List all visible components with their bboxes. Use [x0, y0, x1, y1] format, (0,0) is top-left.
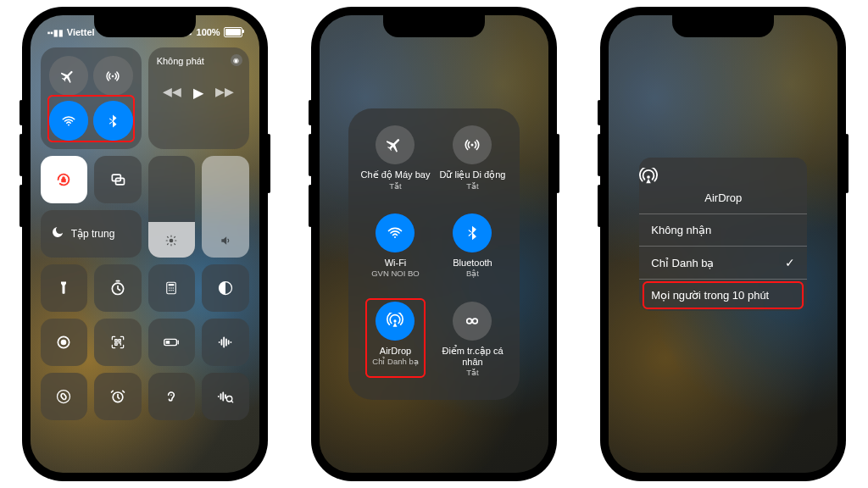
- media-module[interactable]: ◉ Không phát ◀◀ ▶ ▶▶: [148, 47, 249, 149]
- brightness-slider[interactable]: [148, 156, 196, 258]
- shazam-button[interactable]: [41, 373, 88, 420]
- wifi-cell[interactable]: Wi-Fi GVN NOI BO: [359, 214, 432, 295]
- airdrop-option-everyone[interactable]: Mọi người trong 10 phút: [639, 279, 807, 311]
- battery-pct: 100%: [197, 27, 220, 37]
- svg-point-10: [169, 287, 170, 289]
- option-label: Mọi người trong 10 phút: [651, 289, 769, 302]
- qr-scan-button[interactable]: [94, 319, 142, 366]
- svg-point-14: [171, 290, 173, 291]
- svg-point-18: [61, 340, 67, 346]
- airplay-icon[interactable]: ◉: [231, 54, 242, 66]
- carrier-label: Viettel: [67, 27, 95, 37]
- option-label: Chỉ Danh bạ: [651, 257, 714, 269]
- svg-rect-21: [115, 343, 118, 346]
- dark-mode-toggle[interactable]: [202, 264, 249, 312]
- screen-record-toggle[interactable]: [41, 319, 88, 366]
- bluetooth-label: Bluetooth: [453, 258, 492, 268]
- screen-mirroring-toggle[interactable]: [94, 156, 142, 203]
- svg-point-26: [171, 395, 173, 396]
- svg-rect-19: [115, 340, 118, 342]
- volume-icon: [220, 235, 231, 249]
- airdrop-label: AirDrop: [380, 346, 411, 356]
- flashlight-toggle[interactable]: [41, 264, 88, 312]
- moon-icon: [51, 225, 64, 242]
- airdrop-option-contacts[interactable]: Chỉ Danh bạ ✓: [639, 246, 807, 279]
- airplane-sub: Tắt: [389, 181, 401, 191]
- airplane-icon: [376, 125, 415, 164]
- svg-point-32: [473, 319, 478, 324]
- prev-icon[interactable]: ◀◀: [163, 85, 181, 101]
- option-label: Không nhận: [651, 224, 711, 236]
- sound-recognition-toggle[interactable]: [202, 319, 249, 366]
- phone-3: AirDrop Không nhận Chỉ Danh bạ ✓ Mọi ngư…: [600, 7, 846, 481]
- airdrop-icon: [376, 302, 415, 341]
- phone-2: Chế độ Máy bay Tắt Dữ liệu Di động Tắt W…: [311, 7, 557, 481]
- svg-rect-20: [119, 340, 121, 342]
- bluetooth-sub: Bật: [466, 269, 479, 278]
- bluetooth-icon: [453, 214, 492, 252]
- music-recognition-button[interactable]: [202, 373, 249, 420]
- airplane-toggle[interactable]: [49, 56, 89, 96]
- cellular-label: Dữ liệu Di động: [440, 169, 506, 180]
- svg-point-30: [394, 319, 397, 322]
- screen-connectivity-expanded: Chế độ Máy bay Tắt Dữ liệu Di động Tắt W…: [320, 15, 548, 473]
- hotspot-icon: [453, 302, 492, 341]
- hearing-button[interactable]: [148, 373, 196, 420]
- airdrop-cell[interactable]: AirDrop Chỉ Danh bạ: [359, 302, 432, 383]
- wifi-sub: GVN NOI BO: [371, 269, 419, 278]
- svg-point-33: [647, 175, 650, 179]
- cellular-cell[interactable]: Dữ liệu Di động Tắt: [436, 125, 509, 207]
- svg-point-24: [58, 391, 70, 403]
- svg-point-31: [467, 319, 472, 324]
- airplane-cell[interactable]: Chế độ Máy bay Tắt: [359, 125, 432, 207]
- svg-rect-23: [166, 341, 170, 344]
- airplane-label: Chế độ Máy bay: [361, 169, 431, 180]
- airdrop-sub: Chỉ Danh bạ: [372, 357, 418, 366]
- media-title: Không phát: [157, 56, 204, 66]
- battery-icon: [224, 27, 242, 37]
- play-icon[interactable]: ▶: [193, 85, 203, 101]
- airdrop-option-off[interactable]: Không nhận: [639, 214, 807, 246]
- svg-point-3: [68, 124, 70, 125]
- calculator-button[interactable]: [148, 264, 196, 312]
- airdrop-sheet: AirDrop Không nhận Chỉ Danh bạ ✓ Mọi ngư…: [639, 158, 807, 311]
- alarm-button[interactable]: [94, 373, 142, 420]
- svg-point-15: [173, 290, 175, 291]
- airdrop-icon: [639, 168, 807, 186]
- bluetooth-cell[interactable]: Bluetooth Bật: [436, 214, 509, 295]
- cellular-toggle[interactable]: [93, 56, 133, 96]
- focus-toggle[interactable]: Tập trung: [41, 210, 142, 258]
- screen-control-center: ▪▪▮▮ Viettel 100%: [31, 15, 259, 473]
- svg-point-13: [169, 290, 170, 291]
- hotspot-label: Điểm tr.cập cá nhân: [436, 346, 509, 367]
- svg-point-11: [171, 287, 173, 289]
- screen-airdrop-options: AirDrop Không nhận Chỉ Danh bạ ✓ Mọi ngư…: [609, 15, 837, 473]
- signal-icon: ▪▪▮▮: [47, 28, 64, 37]
- wifi-icon: [376, 214, 415, 252]
- svg-point-6: [170, 239, 174, 243]
- bluetooth-toggle[interactable]: [93, 101, 133, 141]
- orientation-lock-toggle[interactable]: [41, 156, 88, 203]
- connectivity-panel: Chế độ Máy bay Tắt Dữ liệu Di động Tắt W…: [348, 108, 520, 400]
- brightness-icon: [165, 235, 177, 249]
- next-icon[interactable]: ▶▶: [215, 85, 234, 101]
- airdrop-title: AirDrop: [704, 191, 742, 204]
- svg-point-29: [394, 236, 396, 238]
- phone-1: ▪▪▮▮ Viettel 100%: [22, 7, 268, 481]
- svg-point-28: [471, 144, 474, 147]
- low-power-toggle[interactable]: [148, 319, 196, 366]
- cellular-icon: [453, 125, 492, 164]
- svg-point-2: [112, 75, 114, 77]
- volume-slider[interactable]: [202, 156, 249, 258]
- timer-toggle[interactable]: [94, 264, 142, 312]
- focus-label: Tập trung: [71, 228, 115, 240]
- hotspot-cell[interactable]: Điểm tr.cập cá nhân Tắt: [436, 302, 509, 383]
- hotspot-sub: Tắt: [466, 368, 478, 377]
- svg-rect-9: [169, 284, 175, 286]
- wifi-label: Wi-Fi: [385, 258, 407, 268]
- cellular-sub: Tắt: [466, 181, 478, 191]
- wifi-toggle[interactable]: [49, 101, 89, 141]
- check-icon: ✓: [785, 256, 795, 269]
- connectivity-module[interactable]: [41, 47, 142, 149]
- svg-point-12: [173, 287, 175, 289]
